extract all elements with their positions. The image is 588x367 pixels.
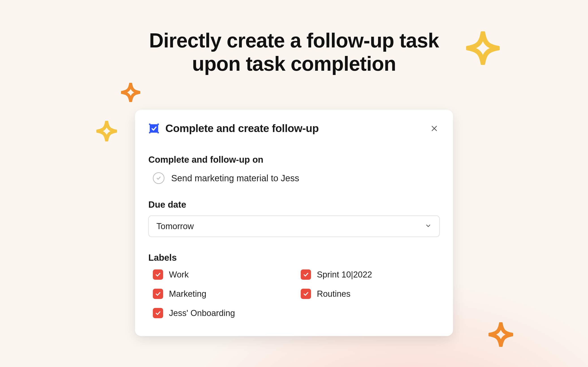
due-date-section: Due date Tomorrow: [148, 200, 440, 237]
hero-title: Directly create a follow-up task upon ta…: [126, 29, 462, 75]
labels-heading: Labels: [148, 253, 440, 263]
label-text: Routines: [317, 289, 350, 299]
due-date-heading: Due date: [148, 200, 440, 210]
label-text: Work: [169, 270, 189, 280]
due-date-value: Tomorrow: [156, 222, 194, 231]
svg-rect-1: [149, 124, 150, 125]
checkbox-checked-icon: [153, 269, 163, 280]
checkbox-checked-icon: [301, 269, 311, 280]
modal-title: Complete and create follow-up: [165, 122, 319, 134]
close-button[interactable]: [429, 123, 440, 134]
label-text: Jess' Onboarding: [169, 308, 235, 318]
label-checkbox-routines[interactable]: Routines: [301, 289, 440, 299]
label-checkbox-sprint[interactable]: Sprint 10|2022: [301, 269, 440, 280]
checkbox-checked-icon: [153, 289, 163, 299]
follow-up-modal: Complete and create follow-up Complete a…: [135, 110, 453, 336]
svg-rect-2: [157, 124, 159, 125]
label-text: Sprint 10|2022: [317, 270, 372, 280]
sparkle-icon: [121, 83, 140, 102]
labels-section: Labels Work Sprint 10|2022 Marketing: [148, 253, 440, 318]
label-text: Marketing: [169, 289, 206, 299]
task-complete-circle-icon: [153, 172, 164, 184]
checkbox-checked-icon: [153, 308, 163, 318]
sparkle-icon: [96, 121, 117, 142]
label-checkbox-work[interactable]: Work: [153, 269, 292, 280]
follow-up-heading: Complete and follow-up on: [148, 155, 440, 165]
sparkle-icon: [466, 31, 500, 65]
svg-rect-0: [150, 124, 158, 133]
checkbox-checked-icon: [301, 289, 311, 299]
chevron-down-icon: [425, 222, 432, 230]
source-task-title: Send marketing material to Jess: [171, 173, 299, 183]
label-checkbox-onboarding[interactable]: Jess' Onboarding: [153, 308, 292, 318]
modal-header: Complete and create follow-up: [148, 122, 440, 134]
task-complete-icon: [148, 123, 160, 134]
close-icon: [431, 125, 438, 132]
svg-rect-4: [157, 132, 159, 133]
labels-grid: Work Sprint 10|2022 Marketing Routines: [148, 269, 440, 318]
due-date-select[interactable]: Tomorrow: [148, 216, 440, 237]
source-task-row[interactable]: Send marketing material to Jess: [148, 172, 440, 184]
sparkle-icon: [489, 322, 513, 347]
label-checkbox-marketing[interactable]: Marketing: [153, 289, 292, 299]
svg-rect-3: [149, 132, 150, 133]
follow-up-section: Complete and follow-up on Send marketing…: [148, 155, 440, 184]
